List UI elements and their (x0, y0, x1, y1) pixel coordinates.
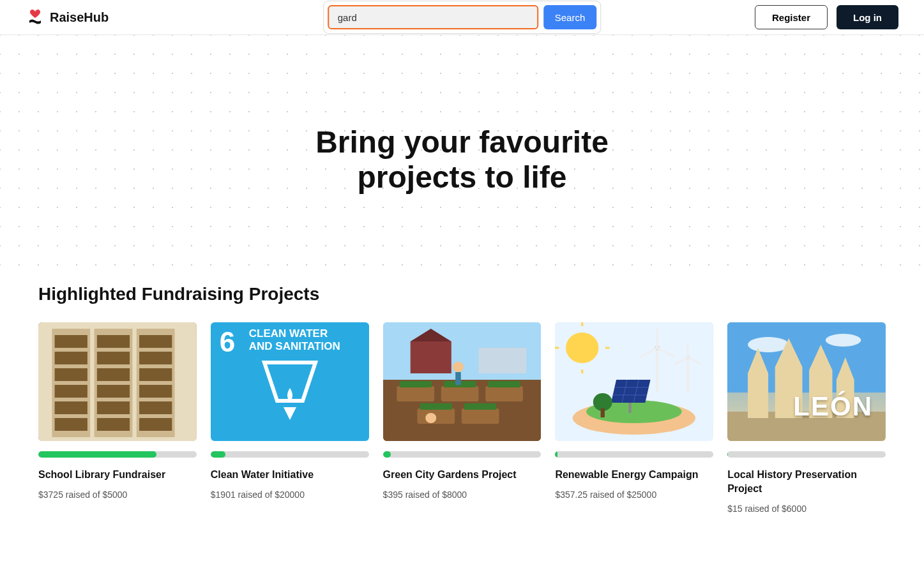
svg-rect-57 (629, 403, 632, 413)
progress-fill (383, 451, 391, 458)
brand[interactable]: RaiseHub (26, 8, 109, 27)
svg-rect-50 (687, 357, 690, 393)
project-title: Clean Water Initiative (211, 468, 369, 482)
search-form: Search (323, 1, 602, 34)
svg-rect-35 (420, 403, 451, 410)
svg-rect-30 (417, 408, 455, 424)
header: RaiseHub Search Register Log in (0, 0, 924, 35)
project-raised: $357.25 raised of $25000 (555, 490, 713, 500)
svg-rect-11 (97, 352, 130, 364)
svg-rect-28 (441, 386, 478, 401)
progress-bar (383, 451, 542, 458)
svg-rect-26 (478, 348, 526, 373)
project-card[interactable]: LEÓN Local History Preservation Project … (727, 322, 886, 513)
svg-rect-27 (397, 386, 434, 401)
brand-name: RaiseHub (50, 10, 109, 25)
svg-rect-7 (55, 385, 87, 398)
thumb-label: CLEAN WATER AND SANITATION (249, 327, 340, 352)
svg-point-58 (593, 393, 612, 411)
svg-rect-38 (455, 372, 461, 385)
main: Highlighted Fundraising Projects (0, 271, 924, 551)
svg-rect-8 (55, 401, 87, 414)
svg-rect-5 (55, 352, 87, 364)
project-raised: $15 raised of $6000 (727, 504, 886, 514)
svg-rect-20 (139, 401, 172, 414)
thumb-big-number: 6 (220, 326, 235, 358)
brand-logo-icon (26, 8, 45, 27)
project-raised: $395 raised of $8000 (383, 490, 542, 500)
progress-bar (211, 451, 369, 458)
project-title: Local History Preservation Project (727, 468, 886, 495)
progress-fill (727, 451, 728, 458)
svg-point-41 (566, 333, 598, 363)
svg-rect-18 (139, 368, 172, 381)
svg-rect-31 (461, 408, 499, 424)
svg-rect-34 (488, 381, 520, 387)
svg-rect-12 (97, 368, 130, 381)
search-button[interactable]: Search (543, 5, 597, 29)
project-raised: $3725 raised of $5000 (38, 490, 197, 500)
svg-rect-29 (485, 386, 523, 401)
project-thumbnail (555, 322, 713, 441)
svg-rect-17 (139, 352, 172, 364)
svg-point-39 (425, 413, 436, 423)
project-card[interactable]: 6 CLEAN WATER AND SANITATION Clean Water… (211, 322, 369, 513)
svg-rect-32 (399, 381, 431, 387)
project-card[interactable]: Renewable Energy Campaign $357.25 raised… (555, 322, 713, 513)
svg-rect-16 (139, 335, 172, 348)
login-button[interactable]: Log in (837, 5, 898, 29)
project-cards: School Library Fundraiser $3725 raised o… (38, 322, 886, 513)
svg-rect-64 (748, 373, 768, 418)
svg-point-61 (748, 337, 789, 352)
svg-rect-24 (410, 341, 451, 373)
project-thumbnail: LEÓN (727, 322, 886, 441)
svg-rect-19 (139, 385, 172, 398)
svg-rect-6 (55, 368, 87, 381)
project-thumbnail: 6 CLEAN WATER AND SANITATION (211, 322, 369, 441)
section-title: Highlighted Fundraising Projects (38, 284, 886, 304)
progress-bar (555, 451, 713, 458)
project-thumbnail (383, 322, 542, 441)
project-card[interactable]: Green City Gardens Project $395 raised o… (383, 322, 542, 513)
svg-point-62 (826, 334, 861, 347)
svg-rect-14 (97, 401, 130, 414)
auth-buttons: Register Log in (755, 5, 898, 29)
progress-bar (727, 451, 886, 458)
svg-rect-59 (601, 408, 605, 417)
svg-rect-36 (464, 403, 496, 410)
svg-point-37 (453, 362, 464, 372)
project-title: Green City Gardens Project (383, 468, 542, 482)
hero-title: Bring your favourite projects to life (26, 124, 898, 195)
hero: Bring your favourite projects to life (0, 35, 924, 271)
svg-rect-13 (97, 385, 130, 398)
thumb-text: LEÓN (793, 391, 873, 422)
project-raised: $1901 raised of $20000 (211, 490, 369, 500)
progress-fill (38, 451, 156, 458)
project-title: School Library Fundraiser (38, 468, 197, 482)
project-thumbnail (38, 322, 197, 441)
svg-rect-21 (139, 418, 172, 431)
project-card[interactable]: School Library Fundraiser $3725 raised o… (38, 322, 197, 513)
svg-rect-15 (97, 418, 130, 431)
project-title: Renewable Energy Campaign (555, 468, 713, 482)
register-button[interactable]: Register (755, 5, 828, 29)
progress-fill (555, 451, 557, 458)
progress-bar (38, 451, 197, 458)
svg-rect-48 (656, 348, 658, 393)
search-input[interactable] (328, 5, 538, 29)
svg-rect-4 (55, 335, 87, 348)
svg-rect-9 (55, 418, 87, 431)
svg-rect-52 (611, 380, 651, 403)
progress-fill (211, 451, 226, 458)
svg-rect-10 (97, 335, 130, 348)
